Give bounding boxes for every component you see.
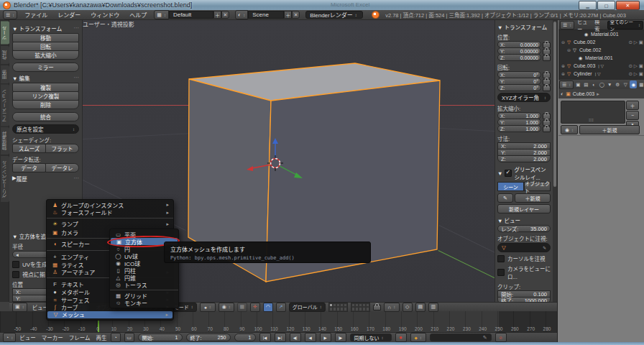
lock-icon[interactable]: [373, 305, 381, 310]
add-menu-item[interactable]: ☀ ランプ ▸: [47, 218, 173, 229]
gp-object-toggle[interactable]: オブジェクト: [524, 182, 551, 191]
render-engine-select[interactable]: Blenderレンダー: [305, 11, 363, 19]
checkbox[interactable]: [12, 261, 19, 268]
snap-element-icon[interactable]: ◇: [402, 303, 413, 312]
shading-button[interactable]: フラット: [45, 144, 79, 153]
render-layers-tab-icon[interactable]: ▤: [582, 80, 589, 88]
outliner-search-menu[interactable]: 検索: [594, 20, 604, 32]
prev-keyframe-button[interactable]: ◀|: [290, 333, 301, 342]
rotation-field[interactable]: Z:0°: [497, 84, 541, 91]
lock-camera-checkbox[interactable]: [497, 269, 505, 276]
eye-icon[interactable]: ⊙: [628, 40, 632, 45]
material-slot-list[interactable]: ≡≡: [561, 101, 625, 124]
join-button[interactable]: 統合: [12, 112, 79, 121]
properties-editor-icon[interactable]: ☰: [559, 80, 574, 89]
minimize-button[interactable]: ▁: [579, 1, 597, 10]
play-reverse-button[interactable]: ◀: [305, 333, 316, 342]
timeline-menu-item[interactable]: ビュー: [19, 334, 36, 341]
material-tab-icon[interactable]: ◉: [630, 80, 637, 88]
lock-cursor-checkbox[interactable]: [497, 255, 505, 262]
lock-icon[interactable]: [543, 55, 551, 61]
menu-item[interactable]: レンダー: [56, 11, 82, 19]
location-field[interactable]: Z:0.00000: [497, 54, 541, 61]
manipulator-rotate-icon[interactable]: ◠: [263, 303, 273, 312]
tool-shelf-tab[interactable]: アニメーション: [1, 85, 9, 126]
layout-browse-icon[interactable]: ▦: [154, 10, 169, 19]
dimension-field[interactable]: Z:2.000: [497, 155, 551, 162]
gp-datablock-icon[interactable]: ✎: [497, 193, 513, 203]
material-browse-icon[interactable]: ◉: [561, 125, 578, 134]
lens-field[interactable]: レンズ:35.000: [497, 225, 551, 232]
data-transfer-button[interactable]: データレ: [45, 163, 79, 172]
renderable-icon[interactable]: ▣: [639, 40, 643, 45]
viewport-editor-icon[interactable]: ▣: [12, 303, 27, 312]
gp-new-layer-button[interactable]: 新規レイヤー: [497, 204, 551, 213]
menu-item[interactable]: ヘルプ: [128, 11, 148, 19]
outliner-row[interactable]: ⊕ ▽ Cube.003 | ▽ ⊙ ▷ ▣: [558, 62, 644, 70]
mesh-submenu-item[interactable]: ☺ モンキー: [110, 299, 178, 306]
menu-item[interactable]: ウィンドウ: [89, 11, 121, 19]
opengl-render-icon[interactable]: ▤: [415, 303, 426, 312]
scene-name-field[interactable]: Scene: [248, 11, 284, 19]
snap-magnet-icon[interactable]: ∩: [384, 303, 400, 312]
maximize-button[interactable]: ▢: [597, 1, 615, 10]
timeline-editor-icon[interactable]: ◔: [3, 333, 16, 342]
outliner-filter-dropdown[interactable]: 全てのシーン: [607, 21, 643, 29]
mesh-submenu-item[interactable]: ▭ 平面: [110, 231, 178, 238]
lock-icon[interactable]: [543, 86, 551, 91]
renderable-icon[interactable]: ▣: [639, 71, 643, 77]
add-menu-item[interactable]: ♟ グループのインスタンス ▸: [47, 201, 173, 208]
add-layout-button[interactable]: ＋: [213, 11, 221, 19]
clip-field[interactable]: 終了:1000.000: [497, 297, 551, 302]
shading-button[interactable]: スムーズ: [12, 144, 46, 153]
tool-shelf-tab[interactable]: 作成: [1, 46, 9, 64]
outliner-row[interactable]: ◉ Material.001 ⊙ ▷ ▣: [558, 54, 644, 62]
checkbox[interactable]: [12, 271, 19, 278]
lock-to-object-field[interactable]: ▽✎: [497, 243, 551, 252]
gp-scene-toggle[interactable]: シーン: [497, 182, 524, 191]
tool-shelf-tab[interactable]: ツール: [1, 22, 9, 45]
viewport-shading-dropdown[interactable]: ●: [200, 303, 216, 312]
frame-start-field[interactable]: 開始:1: [138, 334, 183, 341]
scene-tab-icon[interactable]: ◐: [590, 80, 597, 88]
remove-slot-button[interactable]: −: [626, 111, 639, 120]
keying-set-field[interactable]: ✎: [430, 334, 492, 341]
timeline-menu-item[interactable]: マーカー: [42, 334, 63, 341]
render-tab-icon[interactable]: ▣: [574, 80, 581, 88]
add-menu-item[interactable]: ♨ フォースフィールド ▸: [47, 208, 173, 216]
tool-shelf-tab[interactable]: 物理演算: [1, 127, 9, 155]
layers-grid[interactable]: [328, 303, 348, 312]
sync-dropdown[interactable]: 同期しない: [350, 334, 392, 341]
gp-new-button[interactable]: ＋ 新規: [515, 193, 551, 203]
menu-item[interactable]: ファイル: [23, 11, 49, 19]
editor-type-button[interactable]: ☰: [3, 10, 17, 19]
mesh-submenu-item[interactable]: ▯ 円柱: [110, 267, 178, 274]
keying-filter-icon[interactable]: ▭: [124, 333, 134, 342]
close-button[interactable]: ✕: [616, 1, 640, 10]
mesh-submenu-item[interactable]: ◎ トーラス: [110, 281, 178, 288]
add-slot-button[interactable]: ＋: [626, 101, 639, 110]
tool-shelf-tab[interactable]: 関係: [1, 65, 9, 83]
new-material-button[interactable]: ＋ 新規: [579, 125, 640, 134]
eye-icon[interactable]: ⊙: [628, 63, 632, 69]
set-origin-dropdown[interactable]: 原点を設定↕: [12, 124, 79, 134]
world-tab-icon[interactable]: ◯: [598, 80, 605, 88]
layout-name-field[interactable]: Default: [169, 11, 213, 19]
edit-tool-button[interactable]: 削除: [12, 100, 79, 109]
rotation-mode-dropdown[interactable]: XYZオイラー角↕: [497, 93, 551, 102]
outliner-editor-icon[interactable]: ☰: [560, 21, 574, 29]
expander-icon[interactable]: ⊕: [561, 63, 566, 68]
manipulator-translate-icon[interactable]: ✛: [250, 303, 260, 312]
opengl-render-anim-icon[interactable]: ▥: [428, 303, 438, 312]
expander-icon[interactable]: ⊖: [561, 40, 566, 45]
mesh-submenu-item[interactable]: △ 円錐: [110, 274, 178, 281]
transform-tool-button[interactable]: 拡大縮小: [12, 50, 79, 60]
pivot-point-dropdown[interactable]: ◉: [218, 303, 234, 312]
layers-grid-2[interactable]: [351, 303, 370, 312]
data-tab-icon[interactable]: ▽: [622, 80, 629, 88]
next-keyframe-button[interactable]: |▶: [335, 333, 346, 342]
current-frame-field[interactable]: 1: [234, 334, 256, 341]
expander-icon[interactable]: ⊕: [561, 71, 566, 76]
renderable-icon[interactable]: ▣: [639, 63, 643, 69]
preview-range-icon[interactable]: ◔: [111, 333, 121, 342]
